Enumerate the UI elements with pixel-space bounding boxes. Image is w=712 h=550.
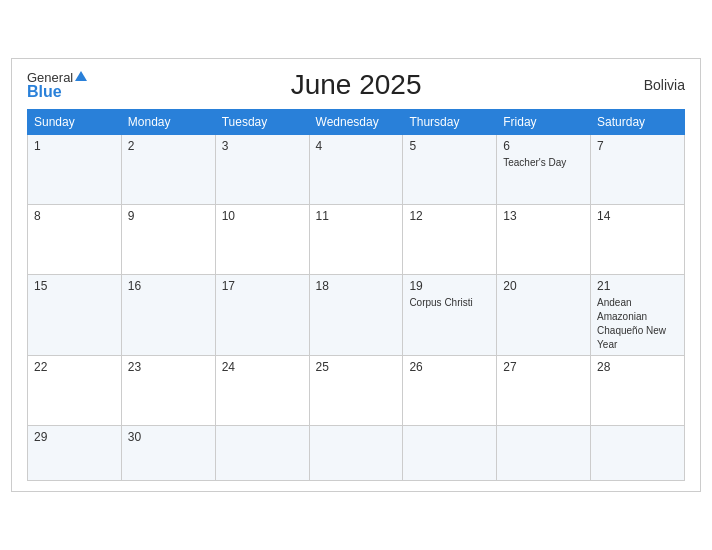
calendar-table: Sunday Monday Tuesday Wednesday Thursday… (27, 109, 685, 481)
table-cell: 9 (121, 205, 215, 275)
logo: General Blue (27, 71, 87, 100)
table-cell: 11 (309, 205, 403, 275)
table-cell: 18 (309, 275, 403, 356)
day-number: 23 (128, 360, 209, 374)
day-number: 25 (316, 360, 397, 374)
table-cell: 22 (28, 356, 122, 426)
table-cell: 20 (497, 275, 591, 356)
calendar-thead: Sunday Monday Tuesday Wednesday Thursday… (28, 110, 685, 135)
table-cell: 1 (28, 135, 122, 205)
col-monday: Monday (121, 110, 215, 135)
table-cell: 2 (121, 135, 215, 205)
table-cell: 3 (215, 135, 309, 205)
day-event: Andean Amazonian Chaqueño New Year (597, 297, 666, 350)
table-cell: 14 (591, 205, 685, 275)
day-number: 28 (597, 360, 678, 374)
table-cell (215, 426, 309, 481)
table-cell: 27 (497, 356, 591, 426)
day-number: 29 (34, 430, 115, 444)
table-cell: 29 (28, 426, 122, 481)
table-cell: 13 (497, 205, 591, 275)
table-cell: 28 (591, 356, 685, 426)
table-cell (497, 426, 591, 481)
table-cell: 16 (121, 275, 215, 356)
calendar-week-row: 891011121314 (28, 205, 685, 275)
table-cell (309, 426, 403, 481)
col-tuesday: Tuesday (215, 110, 309, 135)
table-cell: 10 (215, 205, 309, 275)
table-cell: 26 (403, 356, 497, 426)
day-number: 3 (222, 139, 303, 153)
table-cell: 17 (215, 275, 309, 356)
calendar-week-row: 1516171819Corpus Christi2021Andean Amazo… (28, 275, 685, 356)
col-thursday: Thursday (403, 110, 497, 135)
day-number: 27 (503, 360, 584, 374)
calendar-week-row: 123456Teacher's Day7 (28, 135, 685, 205)
col-saturday: Saturday (591, 110, 685, 135)
day-event: Teacher's Day (503, 157, 566, 168)
table-cell: 21Andean Amazonian Chaqueño New Year (591, 275, 685, 356)
day-number: 17 (222, 279, 303, 293)
day-number: 2 (128, 139, 209, 153)
col-wednesday: Wednesday (309, 110, 403, 135)
day-number: 9 (128, 209, 209, 223)
table-cell: 30 (121, 426, 215, 481)
table-cell: 25 (309, 356, 403, 426)
table-cell: 19Corpus Christi (403, 275, 497, 356)
day-number: 4 (316, 139, 397, 153)
day-number: 11 (316, 209, 397, 223)
day-number: 8 (34, 209, 115, 223)
day-number: 5 (409, 139, 490, 153)
day-number: 19 (409, 279, 490, 293)
table-cell: 7 (591, 135, 685, 205)
calendar-country: Bolivia (625, 77, 685, 93)
day-number: 18 (316, 279, 397, 293)
table-cell: 23 (121, 356, 215, 426)
col-sunday: Sunday (28, 110, 122, 135)
day-event: Corpus Christi (409, 297, 472, 308)
table-cell (591, 426, 685, 481)
day-number: 14 (597, 209, 678, 223)
table-cell: 12 (403, 205, 497, 275)
calendar-week-row: 22232425262728 (28, 356, 685, 426)
calendar-header: General Blue June 2025 Bolivia (27, 69, 685, 101)
table-cell: 5 (403, 135, 497, 205)
day-number: 15 (34, 279, 115, 293)
day-number: 21 (597, 279, 678, 293)
table-cell: 24 (215, 356, 309, 426)
weekday-header-row: Sunday Monday Tuesday Wednesday Thursday… (28, 110, 685, 135)
table-cell (403, 426, 497, 481)
calendar-wrapper: General Blue June 2025 Bolivia Sunday Mo… (11, 58, 701, 492)
day-number: 16 (128, 279, 209, 293)
calendar-title: June 2025 (87, 69, 625, 101)
day-number: 10 (222, 209, 303, 223)
logo-blue-text: Blue (27, 84, 87, 100)
day-number: 24 (222, 360, 303, 374)
logo-general-text: General (27, 71, 87, 84)
day-number: 22 (34, 360, 115, 374)
day-number: 20 (503, 279, 584, 293)
day-number: 1 (34, 139, 115, 153)
day-number: 12 (409, 209, 490, 223)
table-cell: 6Teacher's Day (497, 135, 591, 205)
logo-triangle-icon (75, 71, 87, 81)
day-number: 13 (503, 209, 584, 223)
col-friday: Friday (497, 110, 591, 135)
day-number: 7 (597, 139, 678, 153)
table-cell: 15 (28, 275, 122, 356)
day-number: 26 (409, 360, 490, 374)
day-number: 6 (503, 139, 584, 153)
table-cell: 4 (309, 135, 403, 205)
day-number: 30 (128, 430, 209, 444)
calendar-week-row: 2930 (28, 426, 685, 481)
calendar-body: 123456Teacher's Day789101112131415161718… (28, 135, 685, 481)
table-cell: 8 (28, 205, 122, 275)
